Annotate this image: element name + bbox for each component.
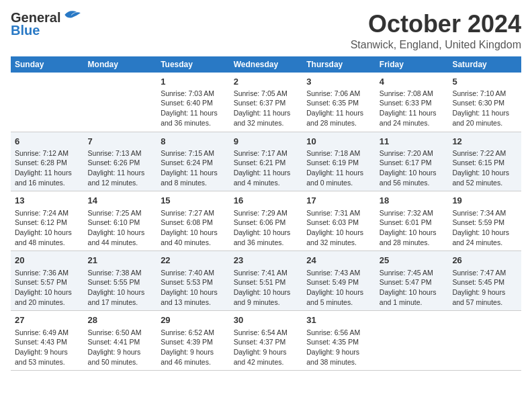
day-cell: 11Sunrise: 7:20 AM Sunset: 6:17 PM Dayli… — [375, 132, 449, 191]
day-info: Sunrise: 7:22 AM Sunset: 6:15 PM Dayligh… — [452, 148, 517, 188]
day-cell: 30Sunrise: 6:54 AM Sunset: 4:37 PM Dayli… — [230, 311, 303, 371]
day-cell: 31Sunrise: 6:56 AM Sunset: 4:35 PM Dayli… — [302, 311, 375, 371]
day-number: 21 — [88, 255, 153, 267]
location-subtitle: Stanwick, England, United Kingdom — [351, 39, 521, 51]
day-cell: 16Sunrise: 7:29 AM Sunset: 6:06 PM Dayli… — [230, 191, 303, 251]
day-number: 1 — [161, 76, 226, 88]
day-info: Sunrise: 7:13 AM Sunset: 6:26 PM Dayligh… — [88, 148, 153, 188]
day-cell: 12Sunrise: 7:22 AM Sunset: 6:15 PM Dayli… — [448, 132, 521, 191]
day-cell: 15Sunrise: 7:27 AM Sunset: 6:08 PM Dayli… — [157, 191, 230, 251]
day-info: Sunrise: 7:34 AM Sunset: 5:59 PM Dayligh… — [452, 208, 517, 248]
day-info: Sunrise: 7:10 AM Sunset: 6:30 PM Dayligh… — [452, 89, 517, 128]
day-cell: 19Sunrise: 7:34 AM Sunset: 5:59 PM Dayli… — [448, 191, 521, 251]
day-cell: 17Sunrise: 7:31 AM Sunset: 6:03 PM Dayli… — [302, 191, 375, 251]
day-info: Sunrise: 7:41 AM Sunset: 5:51 PM Dayligh… — [234, 268, 299, 308]
day-info: Sunrise: 6:52 AM Sunset: 4:39 PM Dayligh… — [161, 328, 226, 367]
day-number: 8 — [161, 136, 226, 148]
day-info: Sunrise: 6:50 AM Sunset: 4:41 PM Dayligh… — [88, 328, 153, 367]
day-info: Sunrise: 7:25 AM Sunset: 6:10 PM Dayligh… — [88, 208, 153, 248]
day-info: Sunrise: 7:36 AM Sunset: 5:57 PM Dayligh… — [15, 268, 80, 308]
day-cell: 24Sunrise: 7:43 AM Sunset: 5:49 PM Dayli… — [302, 251, 375, 311]
page-header: General Blue October 2024 Stanwick, Engl… — [11, 11, 521, 51]
day-info: Sunrise: 7:06 AM Sunset: 6:35 PM Dayligh… — [306, 89, 371, 128]
day-cell: 25Sunrise: 7:45 AM Sunset: 5:47 PM Dayli… — [375, 251, 449, 311]
day-number: 11 — [380, 136, 445, 148]
day-cell: 6Sunrise: 7:12 AM Sunset: 6:28 PM Daylig… — [11, 132, 84, 191]
day-cell: 18Sunrise: 7:32 AM Sunset: 6:01 PM Dayli… — [375, 191, 449, 251]
day-cell: 13Sunrise: 7:24 AM Sunset: 6:12 PM Dayli… — [11, 191, 84, 251]
day-number: 22 — [161, 255, 226, 267]
week-row-1: 1Sunrise: 7:03 AM Sunset: 6:40 PM Daylig… — [11, 73, 521, 132]
day-info: Sunrise: 7:47 AM Sunset: 5:45 PM Dayligh… — [452, 268, 517, 308]
weekday-header-thursday: Thursday — [302, 56, 375, 73]
day-cell: 3Sunrise: 7:06 AM Sunset: 6:35 PM Daylig… — [302, 73, 375, 132]
day-info: Sunrise: 7:12 AM Sunset: 6:28 PM Dayligh… — [15, 148, 80, 188]
day-cell — [11, 73, 84, 132]
weekday-header-monday: Monday — [84, 56, 157, 73]
day-number: 19 — [452, 195, 517, 207]
day-cell: 26Sunrise: 7:47 AM Sunset: 5:45 PM Dayli… — [448, 251, 521, 311]
day-cell: 4Sunrise: 7:08 AM Sunset: 6:33 PM Daylig… — [375, 73, 449, 132]
day-number: 24 — [306, 255, 371, 267]
day-cell — [448, 311, 521, 371]
day-cell: 22Sunrise: 7:40 AM Sunset: 5:53 PM Dayli… — [157, 251, 230, 311]
day-cell: 27Sunrise: 6:49 AM Sunset: 4:43 PM Dayli… — [11, 311, 84, 371]
week-row-3: 13Sunrise: 7:24 AM Sunset: 6:12 PM Dayli… — [11, 191, 521, 251]
day-number: 7 — [88, 136, 153, 148]
weekday-header-tuesday: Tuesday — [157, 56, 230, 73]
day-number: 30 — [234, 314, 299, 326]
weekday-header-friday: Friday — [375, 56, 449, 73]
day-number: 16 — [234, 195, 299, 207]
day-number: 27 — [15, 314, 80, 326]
month-title: October 2024 — [351, 11, 521, 38]
logo-blue: Blue — [11, 23, 40, 38]
day-number: 29 — [161, 314, 226, 326]
day-info: Sunrise: 7:15 AM Sunset: 6:24 PM Dayligh… — [161, 148, 226, 188]
day-number: 10 — [306, 136, 371, 148]
day-number: 5 — [452, 76, 517, 88]
day-cell: 23Sunrise: 7:41 AM Sunset: 5:51 PM Dayli… — [230, 251, 303, 311]
day-cell: 8Sunrise: 7:15 AM Sunset: 6:24 PM Daylig… — [157, 132, 230, 191]
day-info: Sunrise: 7:31 AM Sunset: 6:03 PM Dayligh… — [306, 208, 371, 248]
day-number: 31 — [306, 314, 371, 326]
day-info: Sunrise: 7:40 AM Sunset: 5:53 PM Dayligh… — [161, 268, 226, 308]
day-info: Sunrise: 7:43 AM Sunset: 5:49 PM Dayligh… — [306, 268, 371, 308]
logo-bird-icon — [62, 8, 82, 21]
weekday-header-row: SundayMondayTuesdayWednesdayThursdayFrid… — [11, 56, 521, 73]
day-info: Sunrise: 7:32 AM Sunset: 6:01 PM Dayligh… — [380, 208, 445, 248]
day-info: Sunrise: 7:45 AM Sunset: 5:47 PM Dayligh… — [380, 268, 445, 308]
day-cell — [84, 73, 157, 132]
day-cell: 10Sunrise: 7:18 AM Sunset: 6:19 PM Dayli… — [302, 132, 375, 191]
day-info: Sunrise: 7:38 AM Sunset: 5:55 PM Dayligh… — [88, 268, 153, 308]
day-cell: 9Sunrise: 7:17 AM Sunset: 6:21 PM Daylig… — [230, 132, 303, 191]
day-number: 17 — [306, 195, 371, 207]
day-cell: 7Sunrise: 7:13 AM Sunset: 6:26 PM Daylig… — [84, 132, 157, 191]
day-info: Sunrise: 7:05 AM Sunset: 6:37 PM Dayligh… — [234, 89, 299, 128]
day-info: Sunrise: 7:03 AM Sunset: 6:40 PM Dayligh… — [161, 89, 226, 128]
day-cell: 1Sunrise: 7:03 AM Sunset: 6:40 PM Daylig… — [157, 73, 230, 132]
day-info: Sunrise: 6:54 AM Sunset: 4:37 PM Dayligh… — [234, 328, 299, 367]
day-number: 26 — [452, 255, 517, 267]
day-number: 15 — [161, 195, 226, 207]
week-row-5: 27Sunrise: 6:49 AM Sunset: 4:43 PM Dayli… — [11, 311, 521, 371]
calendar-table: SundayMondayTuesdayWednesdayThursdayFrid… — [11, 56, 521, 371]
day-cell: 20Sunrise: 7:36 AM Sunset: 5:57 PM Dayli… — [11, 251, 84, 311]
day-number: 3 — [306, 76, 371, 88]
day-info: Sunrise: 6:49 AM Sunset: 4:43 PM Dayligh… — [15, 328, 80, 367]
day-cell — [375, 311, 449, 371]
day-number: 6 — [15, 136, 80, 148]
day-number: 20 — [15, 255, 80, 267]
day-number: 14 — [88, 195, 153, 207]
day-info: Sunrise: 7:29 AM Sunset: 6:06 PM Dayligh… — [234, 208, 299, 248]
day-number: 25 — [380, 255, 445, 267]
day-info: Sunrise: 7:17 AM Sunset: 6:21 PM Dayligh… — [234, 148, 299, 188]
day-number: 28 — [88, 314, 153, 326]
day-number: 4 — [380, 76, 445, 88]
day-info: Sunrise: 7:27 AM Sunset: 6:08 PM Dayligh… — [161, 208, 226, 248]
day-info: Sunrise: 7:20 AM Sunset: 6:17 PM Dayligh… — [380, 148, 445, 188]
day-cell: 5Sunrise: 7:10 AM Sunset: 6:30 PM Daylig… — [448, 73, 521, 132]
weekday-header-wednesday: Wednesday — [230, 56, 303, 73]
week-row-2: 6Sunrise: 7:12 AM Sunset: 6:28 PM Daylig… — [11, 132, 521, 191]
day-number: 9 — [234, 136, 299, 148]
title-block: October 2024 Stanwick, England, United K… — [351, 11, 521, 51]
